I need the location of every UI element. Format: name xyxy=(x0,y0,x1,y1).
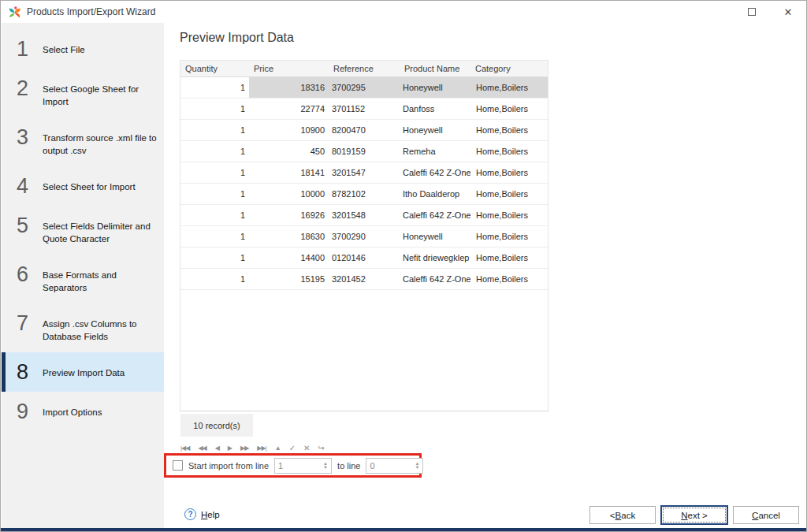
table-cell: Honeywell xyxy=(400,77,470,98)
table-cell: 8782102 xyxy=(329,184,400,204)
to-line-spin-buttons[interactable]: ▲ ▼ xyxy=(411,459,422,473)
table-cell: Remeha xyxy=(400,141,470,162)
table-cell: 1 xyxy=(180,226,249,247)
grid-header-row: QuantityPriceReferenceProduct NameCatego… xyxy=(180,61,548,77)
back-button[interactable]: < Back xyxy=(589,506,656,524)
column-header-reference[interactable]: Reference xyxy=(329,61,400,76)
table-cell: 15195 xyxy=(249,269,329,289)
table-cell: 450 xyxy=(249,141,329,162)
spin-down-icon[interactable]: ▼ xyxy=(415,466,419,470)
step-label: Select Sheet for Import xyxy=(35,176,136,194)
table-cell: Caleffi 642 Z-One xyxy=(400,205,470,225)
maximize-icon xyxy=(748,8,756,16)
wizard-steps-sidebar: 1Select File2Select Google Sheet for Imp… xyxy=(2,23,164,528)
table-row[interactable]: 14508019159RemehaHome,Boilers xyxy=(180,141,548,162)
from-line-spin-buttons[interactable]: ▲ ▼ xyxy=(320,459,331,473)
table-row[interactable]: 1169263201548Caleffi 642 Z-OneHome,Boile… xyxy=(180,205,548,226)
preview-data-grid: QuantityPriceReferenceProduct NameCatego… xyxy=(180,60,549,411)
step-number: 6 xyxy=(17,264,35,285)
table-cell: Home,Boilers xyxy=(470,226,548,247)
step-label: Base Formats and Separators xyxy=(35,264,158,294)
sidebar-step-4[interactable]: 4Select Sheet for Import xyxy=(2,166,164,206)
prior-page-icon[interactable]: ◀◀ xyxy=(198,445,206,452)
sidebar-step-7[interactable]: 7Assign .csv Columns to Database Fields xyxy=(2,303,164,352)
table-cell: 1 xyxy=(180,99,249,119)
next-button[interactable]: Next > xyxy=(660,505,728,525)
maximize-button[interactable] xyxy=(734,1,770,23)
table-cell: 1 xyxy=(180,162,249,183)
next-page-icon[interactable]: ▶▶ xyxy=(240,445,248,452)
page-title: Preview Import Data xyxy=(180,31,294,45)
step-number: 3 xyxy=(17,127,35,147)
post-edit-icon[interactable]: ✓ xyxy=(289,445,295,452)
table-cell: 1 xyxy=(180,247,249,268)
table-row[interactable]: 1151953201452Caleffi 642 Z-OneHome,Boile… xyxy=(180,269,548,290)
table-cell: Home,Boilers xyxy=(470,141,548,162)
table-cell: 0120146 xyxy=(329,247,400,268)
column-header-quantity[interactable]: Quantity xyxy=(180,61,249,76)
column-header-price[interactable]: Price xyxy=(249,61,329,76)
help-icon: ? xyxy=(184,508,196,520)
table-row[interactable]: 1186303700290HoneywellHome,Boilers xyxy=(180,226,548,247)
table-cell: Nefit driewegklep xyxy=(400,247,470,268)
sidebar-step-1[interactable]: 1Select File xyxy=(2,29,164,69)
sidebar-step-8[interactable]: 8Preview Import Data xyxy=(2,352,164,392)
table-cell: 22774 xyxy=(249,99,329,119)
sidebar-step-2[interactable]: 2Select Google Sheet for Import xyxy=(2,69,164,117)
table-cell: 8019159 xyxy=(329,141,400,162)
table-cell: 1 xyxy=(180,120,249,140)
last-record-icon[interactable]: ▶▶| xyxy=(257,445,266,452)
cancel-button[interactable]: Cancel xyxy=(733,506,799,524)
next-record-icon[interactable]: ▶ xyxy=(228,445,232,452)
from-line-spinner[interactable]: ▲ ▼ xyxy=(274,458,332,474)
help-label: Help xyxy=(201,510,220,519)
table-row[interactable]: 1144000120146Nefit driewegklepHome,Boile… xyxy=(180,247,548,269)
window-controls: ✕ xyxy=(734,1,806,23)
table-row[interactable]: 1109008200470HoneywellHome,Boilers xyxy=(180,120,548,141)
step-number: 8 xyxy=(17,362,35,382)
table-cell: Itho Daalderop xyxy=(400,184,470,204)
table-cell: 10900 xyxy=(249,120,329,140)
start-import-checkbox[interactable] xyxy=(173,460,183,471)
spin-down-icon[interactable]: ▼ xyxy=(323,466,328,470)
edit-record-icon[interactable]: ▲ xyxy=(275,445,281,452)
table-row[interactable]: 1181413201547Caleffi 642 Z-OneHome,Boile… xyxy=(180,162,548,184)
app-logo-icon xyxy=(8,6,21,19)
sidebar-step-6[interactable]: 6Base Formats and Separators xyxy=(2,255,164,303)
table-cell: Home,Boilers xyxy=(470,205,548,225)
sidebar-step-3[interactable]: 3Transform source .xml file to output .c… xyxy=(2,117,164,166)
table-row[interactable]: 1227743701152DanfossHome,Boilers xyxy=(180,99,548,120)
step-label: Select Google Sheet for Import xyxy=(35,78,158,108)
table-cell: 3700290 xyxy=(329,226,400,247)
titlebar: Products Import/Export Wizard ✕ xyxy=(1,1,806,23)
table-cell: 3201452 xyxy=(329,269,400,289)
step-number: 5 xyxy=(17,215,35,236)
from-line-input[interactable] xyxy=(275,459,320,473)
data-navigator: |◀◀◀◀◀▶▶▶▶▶|▲✓✕↪ xyxy=(180,442,324,454)
record-count-badge: 10 record(s) xyxy=(180,414,253,437)
sidebar-step-5[interactable]: 5Select Fields Delimiter and Quote Chara… xyxy=(2,206,164,255)
refresh-icon[interactable]: ↪ xyxy=(318,445,323,452)
to-line-input[interactable] xyxy=(366,459,411,473)
table-cell: 10000 xyxy=(249,184,329,204)
to-line-spinner[interactable]: ▲ ▼ xyxy=(366,458,423,474)
wizard-window: Products Import/Export Wizard ✕ 1Select … xyxy=(0,0,807,532)
column-header-category[interactable]: Category xyxy=(470,61,548,76)
close-button[interactable]: ✕ xyxy=(770,1,806,23)
step-label: Assign .csv Columns to Database Fields xyxy=(35,313,158,343)
prior-record-icon[interactable]: ◀ xyxy=(215,445,219,452)
sidebar-step-9[interactable]: 9Import Options xyxy=(2,392,164,431)
help-link[interactable]: ? Help xyxy=(184,508,220,520)
table-cell: 18316 xyxy=(249,77,329,98)
table-cell: 14400 xyxy=(249,247,329,268)
first-record-icon[interactable]: |◀◀ xyxy=(180,445,189,452)
table-row[interactable]: 1100008782102Itho DaalderopHome,Boilers xyxy=(180,184,548,205)
window-bottom-accent xyxy=(1,528,806,531)
to-line-label: to line xyxy=(337,461,360,471)
table-cell: 16926 xyxy=(249,205,329,225)
table-row[interactable]: 1183163700295HoneywellHome,Boilers xyxy=(180,77,548,99)
table-cell: 3201547 xyxy=(329,162,400,183)
cancel-edit-icon[interactable]: ✕ xyxy=(303,445,309,452)
step-label: Preview Import Data xyxy=(35,362,125,380)
column-header-product-name[interactable]: Product Name xyxy=(400,61,470,76)
